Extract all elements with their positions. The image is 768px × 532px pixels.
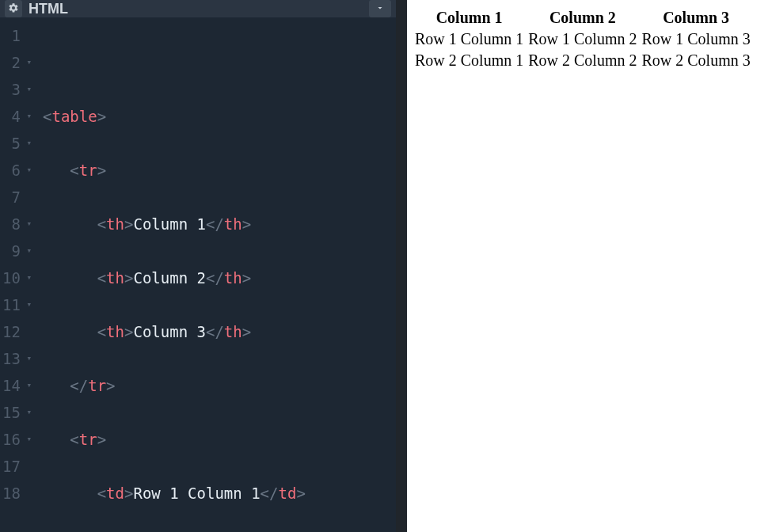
line-number: 13 xyxy=(2,345,21,372)
line-number: 3 xyxy=(12,76,21,103)
code-line: <th>Column 2</th> xyxy=(43,264,396,291)
table-cell: Row 1 Column 3 xyxy=(641,29,752,49)
fold-marker[interactable]: ▾ xyxy=(24,157,32,184)
fold-marker[interactable]: ▾ xyxy=(24,399,32,426)
fold-marker[interactable]: ▾ xyxy=(24,291,32,318)
fold-marker[interactable]: ▾ xyxy=(24,372,32,399)
line-number: 12 xyxy=(2,318,21,345)
code-line: <tr> xyxy=(43,157,396,184)
line-number: 9 xyxy=(12,238,21,264)
table-header-cell: Column 2 xyxy=(527,8,638,28)
line-number: 14 xyxy=(2,372,21,399)
gear-icon xyxy=(8,2,19,16)
line-number: 11 xyxy=(2,291,21,318)
panel-title: HTML xyxy=(29,1,68,17)
pane-divider[interactable] xyxy=(396,0,407,532)
line-number: 18 xyxy=(2,480,21,507)
code-line: </tr> xyxy=(43,372,396,399)
code-line: <tr> xyxy=(43,426,396,453)
table-cell: Row 2 Column 3 xyxy=(641,51,752,70)
line-number: 2 xyxy=(12,49,21,76)
fold-marker[interactable]: ▾ xyxy=(24,211,32,238)
table-cell: Row 2 Column 1 xyxy=(413,51,525,70)
code-line: <td>Row 1 Column 1</td> xyxy=(43,480,396,507)
table-row: Row 1 Column 1 Row 1 Column 2 Row 1 Colu… xyxy=(413,29,752,49)
fold-marker[interactable]: ▾ xyxy=(24,130,32,157)
code-area[interactable]: 1 2▾ 3▾ 4▾ 5▾ 6▾ 7 8▾ 9▾ 10▾ 11▾ 12 13▾ … xyxy=(0,17,396,532)
table-cell: Row 1 Column 2 xyxy=(527,29,638,49)
fold-marker[interactable]: ▾ xyxy=(24,238,32,264)
table-header-cell: Column 3 xyxy=(641,8,752,28)
line-number: 8 xyxy=(12,211,21,238)
table-cell: Row 2 Column 2 xyxy=(527,51,638,70)
line-number: 5 xyxy=(12,130,21,157)
line-number: 10 xyxy=(2,264,21,291)
line-number: 7 xyxy=(12,184,21,211)
preview-table: Column 1 Column 2 Column 3 Row 1 Column … xyxy=(412,6,754,72)
fold-marker[interactable]: ▾ xyxy=(24,426,32,453)
code-content[interactable]: <table> <tr> <th>Column 1</th> <th>Colum… xyxy=(36,22,396,532)
fold-marker[interactable]: ▾ xyxy=(24,49,32,76)
fold-marker[interactable]: ▾ xyxy=(24,345,32,372)
panel-dropdown-button[interactable] xyxy=(369,0,391,17)
table-cell: Row 1 Column 1 xyxy=(413,29,525,49)
line-number: 4 xyxy=(12,103,21,130)
gutter: 1 2▾ 3▾ 4▾ 5▾ 6▾ 7 8▾ 9▾ 10▾ 11▾ 12 13▾ … xyxy=(0,22,36,532)
fold-marker[interactable]: ▾ xyxy=(24,103,32,130)
code-line: <th>Column 1</th> xyxy=(43,211,396,238)
line-number: 17 xyxy=(2,453,21,480)
fold-marker[interactable]: ▾ xyxy=(24,264,32,291)
code-line: <th>Column 3</th> xyxy=(43,318,396,345)
line-number: 1 xyxy=(12,22,21,49)
editor-header: HTML xyxy=(0,0,396,17)
code-line: <table> xyxy=(43,103,396,130)
line-number: 16 xyxy=(2,426,21,453)
preview-pane: Column 1 Column 2 Column 3 Row 1 Column … xyxy=(407,0,768,532)
line-number: 15 xyxy=(2,399,21,426)
chevron-down-icon xyxy=(375,3,385,15)
settings-button[interactable] xyxy=(5,0,22,17)
editor-pane: HTML 1 2▾ 3▾ 4▾ 5▾ 6▾ 7 8▾ 9▾ 10▾ 11▾ 12… xyxy=(0,0,396,532)
fold-marker[interactable]: ▾ xyxy=(24,76,32,103)
line-number: 6 xyxy=(12,157,21,184)
code-line xyxy=(43,49,396,76)
table-header-row: Column 1 Column 2 Column 3 xyxy=(413,8,752,28)
table-header-cell: Column 1 xyxy=(413,8,525,28)
table-row: Row 2 Column 1 Row 2 Column 2 Row 2 Colu… xyxy=(413,51,752,70)
